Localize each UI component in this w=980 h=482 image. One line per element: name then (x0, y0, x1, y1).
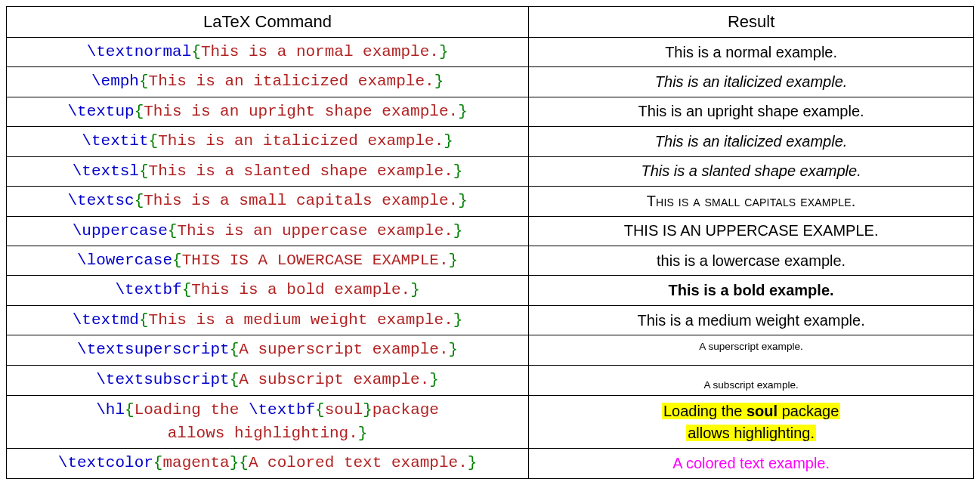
command-argument: A subscript example. (239, 371, 429, 388)
close-brace: } (444, 132, 453, 150)
result-cell: This is an upright shape example. (529, 97, 974, 126)
command-token: \uppercase (73, 222, 168, 239)
command-argument: This is an italicized example. (158, 132, 444, 150)
highlighted-text: Loading the soul package (662, 403, 840, 419)
close-brace: } (429, 371, 439, 388)
command-token: \textbf (249, 401, 315, 419)
command-token: \textnormal (87, 43, 192, 60)
open-brace: { (168, 222, 178, 239)
close-brace: } (439, 43, 449, 60)
command-token: \hl (96, 401, 125, 419)
result-text: This is a medium weight example. (637, 312, 864, 329)
latex-command-cell: \textsuperscript{A superscript example.} (7, 335, 529, 365)
latex-command-cell: \hl{Loading the \textbf{soul}packageallo… (7, 396, 529, 449)
open-brace: { (139, 73, 149, 90)
command-argument: Loading the (134, 401, 249, 419)
result-text: This is a small capitals example. (647, 193, 856, 209)
result-text: this is a lowercase example. (657, 252, 846, 269)
command-argument: allows highlighting. (168, 425, 358, 442)
table-row: \hl{Loading the \textbf{soul}packageallo… (7, 396, 974, 449)
command-token: \textcolor (58, 454, 153, 471)
result-cell: Loading the soul packageallows highlight… (529, 396, 974, 449)
command-token: \textup (67, 103, 134, 120)
result-text: This is an upright shape example. (638, 103, 864, 119)
open-brace: { (149, 132, 159, 150)
close-brace: } (434, 73, 444, 90)
result-text: allows highlighting. (688, 425, 815, 441)
table-row: \textit{This is an italicized example.}T… (7, 127, 974, 156)
close-brace: } (230, 454, 240, 471)
open-brace: { (182, 281, 192, 298)
open-brace: { (239, 454, 249, 471)
table-row: \textnormal{This is a normal example.}Th… (7, 37, 974, 66)
command-argument: This is a bold example. (191, 281, 410, 298)
result-text: This is a bold example. (669, 282, 834, 298)
table-row: \textsc{This is a small capitals example… (7, 187, 974, 216)
latex-command-cell: \textnormal{This is a normal example.} (7, 37, 529, 66)
result-text: Loading the (663, 403, 747, 419)
command-token: \textbf (115, 281, 181, 298)
result-cell: This is a small capitals example. (529, 187, 974, 216)
close-brace: } (453, 311, 463, 329)
command-argument: This is a normal example. (201, 43, 439, 60)
latex-command-cell: \textsl{This is a slanted shape example.… (7, 156, 529, 186)
table-row: \textup{This is an upright shape example… (7, 97, 974, 126)
result-text: A colored text example. (672, 455, 830, 471)
open-brace: { (153, 454, 163, 471)
open-brace: { (125, 401, 134, 419)
latex-command-cell: \textit{This is an italicized example.} (7, 127, 529, 156)
close-brace: } (453, 162, 463, 180)
result-text: This is an italicized example. (655, 73, 848, 90)
command-token: \textit (82, 132, 148, 150)
command-argument: This is an upright shape example. (144, 103, 458, 120)
table-row: \textmd{This is a medium weight example.… (7, 305, 974, 335)
table-row: \textbf{This is a bold example.}This is … (7, 276, 974, 305)
table-row: \textsuperscript{A superscript example.}… (7, 335, 974, 365)
highlighted-text: allows highlighting. (686, 425, 816, 441)
command-argument: This is an uppercase example. (177, 222, 453, 239)
open-brace: { (230, 371, 240, 388)
result-cell: This is an italicized example. (529, 67, 974, 97)
latex-command-cell: \textmd{This is a medium weight example.… (7, 305, 529, 335)
close-brace: } (458, 192, 468, 209)
table-row: \emph{This is an italicized example.}Thi… (7, 67, 974, 97)
command-token: \textsc (67, 192, 134, 209)
command-argument: This is an italicized example. (149, 73, 434, 90)
result-text: A subscript example. (703, 378, 798, 393)
command-argument: THIS IS A LOWERCASE EXAMPLE. (182, 252, 449, 269)
latex-command-cell: \textup{This is an upright shape example… (7, 97, 529, 126)
latex-command-cell: \textsubscript{A subscript example.} (7, 365, 529, 396)
result-cell: A colored text example. (529, 449, 974, 478)
result-text-bold: soul (747, 403, 778, 419)
open-brace: { (139, 162, 149, 180)
command-argument: magenta (162, 454, 229, 471)
command-argument: soul (325, 401, 363, 419)
command-token: \emph (91, 73, 139, 90)
open-brace: { (139, 311, 149, 329)
table-header-row: LaTeX Command Result (7, 7, 974, 38)
close-brace: } (449, 252, 459, 269)
open-brace: { (134, 103, 144, 120)
close-brace: } (449, 341, 459, 358)
open-brace: { (315, 401, 325, 419)
open-brace: { (191, 43, 201, 60)
latex-command-cell: \textbf{This is a bold example.} (7, 276, 529, 305)
result-cell: THIS IS AN UPPERCASE EXAMPLE. (529, 216, 974, 246)
latex-commands-table: LaTeX Command Result \textnormal{This is… (6, 6, 974, 479)
table-row: \textsl{This is a slanted shape example.… (7, 156, 974, 186)
close-brace: } (358, 425, 368, 442)
header-result: Result (529, 7, 974, 38)
result-cell: this is a lowercase example. (529, 246, 974, 275)
table-row: \textcolor{magenta}{A colored text examp… (7, 449, 974, 478)
table-row: \uppercase{This is an uppercase example.… (7, 216, 974, 246)
command-argument: This is a medium weight example. (149, 311, 453, 329)
command-token: \lowercase (77, 252, 172, 269)
table-row: \lowercase{THIS IS A LOWERCASE EXAMPLE.}… (7, 246, 974, 275)
command-argument: This is a small capitals example. (144, 192, 458, 209)
result-text: A superscript example. (699, 339, 803, 354)
result-text: THIS IS AN UPPERCASE EXAMPLE. (624, 222, 879, 239)
result-cell: This is a bold example. (529, 276, 974, 305)
result-cell: This is a normal example. (529, 37, 974, 66)
open-brace: { (172, 252, 182, 269)
open-brace: { (134, 192, 144, 209)
